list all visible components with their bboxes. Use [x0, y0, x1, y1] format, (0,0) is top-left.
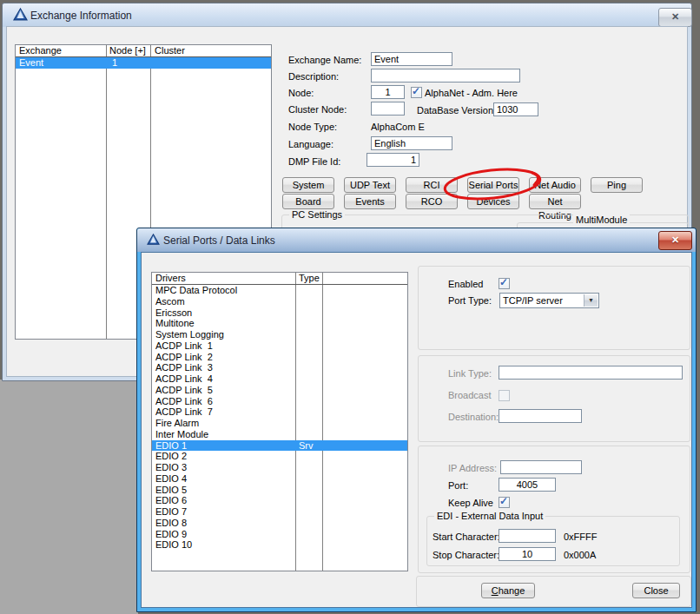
exchange-action-button[interactable]: RCI — [406, 177, 458, 193]
driver-list-item[interactable]: EDIO 5 — [152, 485, 407, 496]
drivers-list[interactable]: Drivers Type MPC Data Protocol Ascom — [151, 272, 408, 571]
column-header-cluster[interactable]: Cluster — [155, 45, 185, 56]
driver-list-item[interactable]: EDIO 10 — [152, 539, 407, 551]
driver-name: EDIO 7 — [155, 506, 187, 518]
exchange-action-button[interactable]: Devices — [467, 194, 519, 209]
driver-name: System Logging — [155, 329, 224, 340]
language-label: Language: — [288, 139, 333, 150]
driver-list-item[interactable]: EDIO 3 — [152, 462, 407, 473]
driver-list-item[interactable]: EDIO 1 Srv — [152, 440, 407, 452]
exchange-dialog-titlebar[interactable]: Exchange Information ✕ — [3, 3, 691, 27]
exchange-cell-node: 1 — [112, 57, 117, 69]
driver-name: Fire Alarm — [155, 418, 199, 429]
driver-name: ACDP Link 4 — [155, 373, 213, 385]
exchange-list-header[interactable]: Exchange Node [+] Cluster — [16, 45, 271, 57]
driver-list-item[interactable]: Ericsson — [152, 307, 407, 319]
broadcast-checkbox[interactable] — [499, 390, 510, 401]
start-character-hex: 0xFFFF — [564, 531, 598, 543]
stop-character-field[interactable]: 10 — [499, 547, 556, 561]
driver-list-item[interactable]: ACDP Link 1 — [152, 340, 407, 352]
node-type-label: Node Type: — [288, 122, 337, 133]
keep-alive-checkbox[interactable]: ✓ — [499, 497, 510, 508]
driver-list-item[interactable]: ACDP Link 4 — [152, 373, 407, 385]
chevron-down-icon[interactable]: ▼ — [584, 294, 598, 307]
start-character-label: Start Character: — [433, 531, 500, 543]
driver-list-item[interactable]: ACDP Link 3 — [152, 362, 407, 373]
driver-list-item[interactable]: EDIO 8 — [152, 518, 407, 529]
column-header-node[interactable]: Node [+] — [109, 45, 146, 56]
database-version-field[interactable]: 1030 — [493, 102, 538, 116]
port-field[interactable]: 4005 — [499, 478, 556, 492]
driver-list-item[interactable]: EDIO 4 — [152, 473, 407, 485]
exchange-action-button[interactable]: Net Routing — [529, 194, 581, 209]
enabled-checkbox[interactable]: ✓ — [499, 278, 510, 289]
driver-list-item[interactable]: ACDP Link 5 — [152, 385, 407, 396]
exchange-action-button[interactable]: RCO — [406, 194, 458, 209]
ip-address-field[interactable] — [500, 460, 582, 474]
column-header-drivers[interactable]: Drivers — [155, 273, 186, 284]
driver-list-item[interactable]: Multitone — [152, 318, 407, 329]
dmp-file-label: DMP File Id: — [288, 156, 340, 168]
check-icon: ✓ — [499, 276, 508, 288]
database-version-label: DataBase Version: — [417, 105, 496, 116]
column-header-exchange[interactable]: Exchange — [19, 45, 62, 56]
description-field[interactable] — [371, 69, 520, 83]
exchange-action-button[interactable]: Board — [282, 194, 334, 209]
close-button[interactable]: Close — [632, 583, 680, 598]
node-label: Node: — [288, 88, 314, 99]
driver-list-item[interactable]: Fire Alarm — [152, 418, 407, 429]
driver-list-item[interactable]: ACDP Link 2 — [152, 352, 407, 363]
driver-name: EDIO 1 — [155, 440, 187, 452]
driver-list-item[interactable]: ACDP Link 6 — [152, 396, 407, 407]
language-field[interactable]: English — [371, 136, 452, 150]
port-type-dropdown[interactable]: TCP/IP server ▼ — [499, 293, 599, 308]
driver-list-item[interactable]: EDIO 2 — [152, 451, 407, 462]
link-type-field[interactable] — [499, 366, 683, 380]
node-field[interactable]: 1 — [371, 85, 405, 99]
serial-dialog-title: Serial Ports / Data Links — [163, 234, 275, 247]
desktop-background: Exchange Information ✕ Exchange Node [+]… — [0, 0, 700, 614]
driver-list-item[interactable]: MPC Data Protocol — [152, 285, 407, 296]
exchange-dialog-title: Exchange Information — [30, 10, 132, 22]
exchange-action-button[interactable]: System — [282, 177, 334, 193]
ip-address-label: IP Address: — [448, 463, 497, 474]
driver-list-item[interactable]: System Logging — [152, 329, 407, 340]
column-header-type[interactable]: Type — [299, 273, 320, 284]
close-button[interactable]: ✕ — [658, 8, 692, 27]
cluster-node-label: Cluster Node: — [288, 104, 347, 116]
driver-list-item[interactable]: Ascom — [152, 296, 407, 307]
close-icon: ✕ — [671, 234, 679, 245]
exchange-action-button[interactable]: Events — [344, 194, 396, 209]
exchange-buttons-row2: BoardEventsRCODevicesNet Routing — [282, 194, 581, 209]
change-button[interactable]: Change — [481, 583, 535, 598]
dmp-file-field[interactable]: 1 — [367, 153, 419, 167]
close-button[interactable]: ✕ — [658, 231, 692, 250]
exchange-action-button[interactable]: UDP Text — [344, 177, 396, 193]
exchange-row-event[interactable]: Event 1 — [16, 57, 271, 69]
driver-name: EDIO 2 — [155, 451, 187, 462]
exchange-action-button[interactable]: Net Audio — [529, 177, 581, 193]
port-type-label: Port Type: — [448, 295, 492, 307]
check-icon: ✓ — [499, 495, 508, 507]
destination-field[interactable] — [499, 409, 582, 423]
stop-character-label: Stop Character: — [433, 550, 499, 561]
driver-list-item[interactable]: EDIO 9 — [152, 529, 407, 540]
driver-list-item[interactable]: EDIO 6 — [152, 495, 407, 506]
driver-name: ACDP Link 7 — [155, 406, 213, 418]
driver-list-item[interactable]: ACDP Link 7 — [152, 406, 407, 418]
cluster-node-field[interactable] — [371, 102, 405, 116]
driver-list-item[interactable]: EDIO 7 — [152, 506, 407, 518]
start-character-field[interactable] — [499, 529, 556, 543]
exchange-action-button[interactable]: Serial Ports — [467, 177, 519, 193]
exchange-name-field[interactable]: Event — [371, 52, 452, 66]
driver-list-item[interactable]: Inter Module — [152, 429, 407, 440]
keep-alive-label: Keep Alive — [448, 498, 493, 509]
serial-dialog-titlebar[interactable]: Serial Ports / Data Links ✕ — [137, 228, 696, 252]
link-type-label: Link Type: — [448, 368, 492, 380]
node-type-value: AlphaCom E — [371, 122, 425, 133]
drivers-list-header[interactable]: Drivers Type — [152, 273, 407, 285]
driver-name: ACDP Link 3 — [155, 362, 213, 373]
alphanet-checkbox[interactable]: ✓ — [411, 87, 422, 98]
exchange-cell-name: Event — [19, 57, 43, 69]
exchange-action-button[interactable]: Ping — [591, 177, 643, 193]
